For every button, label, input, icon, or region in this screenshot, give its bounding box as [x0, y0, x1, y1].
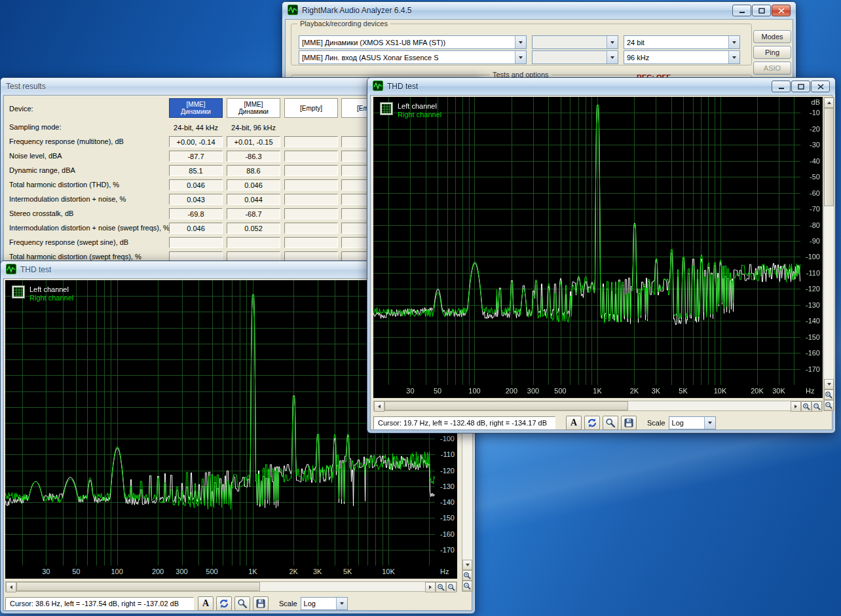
scroll-down-button[interactable]: [824, 379, 834, 390]
chevron-down-icon[interactable]: [728, 36, 739, 48]
horizontal-scrollbar-track[interactable]: [628, 401, 791, 410]
scroll-left-button[interactable]: [6, 582, 16, 592]
vertical-scrollbar[interactable]: [823, 97, 834, 411]
cursor-status: Cursor: 38.6 Hz, left = -137.54 dB, righ…: [5, 597, 194, 610]
row-label: Intermodulation distortion + noise (swep…: [9, 224, 170, 232]
font-button-label: A: [202, 598, 209, 609]
x-tick-label: 200: [501, 387, 522, 395]
chevron-down-icon[interactable]: [336, 598, 347, 609]
grid-icon: [12, 285, 25, 300]
horizontal-scrollbar-track[interactable]: [260, 582, 425, 591]
result-cell: -68.7: [227, 208, 280, 219]
x-tick-label: 2K: [624, 387, 645, 395]
y-tick-label: -140: [435, 498, 455, 506]
row-label: Total harmonic distortion (swept freqs),…: [9, 253, 141, 261]
scroll-right-button[interactable]: [791, 401, 801, 412]
scroll-right-button[interactable]: [425, 582, 436, 592]
refresh-button[interactable]: [216, 596, 232, 611]
y-tick-label: -70: [800, 205, 820, 213]
result-cell: [284, 208, 338, 219]
chevron-down-icon[interactable]: [704, 417, 715, 429]
chevron-down-icon[interactable]: [728, 51, 739, 63]
title-bar[interactable]: THD test: [367, 78, 835, 95]
vertical-scrollbar-track[interactable]: [824, 206, 834, 379]
playback-device-select[interactable]: [MME] Динамики (XMOS XS1-U8 MFA (ST)): [299, 35, 527, 49]
thd-window-front[interactable]: THD test dB-10-20-30-40-50-60-70-80-90-1…: [367, 77, 836, 433]
chevron-down-icon[interactable]: [607, 51, 618, 63]
save-button[interactable]: [253, 596, 269, 611]
scroll-left-button[interactable]: [374, 401, 384, 412]
y-tick-label: -40: [800, 157, 820, 165]
x-tick-label: 50: [65, 568, 86, 575]
x-tick-label: 3K: [645, 387, 666, 395]
maximize-button[interactable]: [791, 81, 810, 92]
scroll-up-button[interactable]: [824, 98, 834, 108]
x-tick-label: 1K: [587, 387, 608, 395]
save-button[interactable]: [621, 416, 637, 430]
magnifier-button[interactable]: [603, 416, 618, 430]
legend-right-channel: Right channel: [29, 294, 73, 302]
recording-secondary-select[interactable]: [532, 50, 618, 64]
recording-device-select[interactable]: [MME] Лин. вход (ASUS Xonar Essence S: [299, 50, 527, 64]
zoom-out-vertical-button[interactable]: [824, 400, 834, 410]
font-button[interactable]: A: [566, 416, 582, 430]
bit-depth-select[interactable]: 24 bit: [624, 35, 740, 49]
title-bar[interactable]: RightMark Audio Analyzer 6.4.5: [282, 2, 796, 19]
magnifier-button[interactable]: [234, 596, 250, 611]
row-label: Stereo crosstalk, dB: [9, 209, 73, 217]
y-tick-label: -170: [800, 365, 820, 373]
horizontal-scrollbar-thumb[interactable]: [16, 582, 260, 591]
horizontal-scrollbar[interactable]: [373, 401, 823, 411]
chevron-down-icon[interactable]: [515, 51, 526, 63]
zoom-in-vertical-button[interactable]: [824, 390, 834, 400]
zoom-out-horizontal-button[interactable]: [812, 401, 822, 412]
x-tick-label: 5K: [673, 387, 694, 395]
y-tick-label: -150: [800, 333, 820, 341]
scale-select[interactable]: Log: [669, 416, 716, 429]
row-label: Dynamic range, dBA: [9, 166, 75, 174]
zoom-out-horizontal-button[interactable]: [446, 582, 457, 592]
minimize-button[interactable]: [732, 5, 751, 16]
close-button[interactable]: [811, 81, 830, 92]
x-tick-label: 500: [202, 568, 223, 575]
chevron-down-icon[interactable]: [607, 36, 618, 48]
zoom-in-horizontal-button[interactable]: [436, 582, 446, 592]
close-button[interactable]: [772, 5, 791, 16]
plot-legend: Left channel Right channel: [380, 102, 441, 118]
font-button[interactable]: A: [198, 596, 214, 611]
sample-rate-select[interactable]: 96 kHz: [624, 50, 740, 64]
asio-button[interactable]: ASIO: [753, 62, 791, 75]
y-tick-label: -20: [800, 125, 820, 133]
result-cell: +0.00, -0.14: [169, 136, 223, 147]
spectrum-canvas[interactable]: [373, 97, 800, 385]
y-tick-label: -90: [800, 237, 820, 245]
horizontal-scrollbar-thumb[interactable]: [384, 401, 628, 410]
x-axis-unit: Hz: [440, 568, 449, 575]
playback-secondary-select[interactable]: [532, 35, 618, 49]
horizontal-scrollbar[interactable]: [5, 581, 457, 592]
scale-select[interactable]: Log: [301, 597, 348, 610]
x-tick-label: 50: [427, 387, 448, 395]
result-cell: [169, 237, 223, 248]
zoom-out-vertical-button[interactable]: [462, 581, 472, 591]
minimize-button[interactable]: [772, 81, 791, 92]
window-title: THD test: [20, 265, 51, 274]
spectrum-plot: dB-10-20-30-40-50-60-70-80-90-100-110-12…: [373, 97, 823, 398]
x-tick-label: 2K: [283, 568, 304, 575]
modes-button[interactable]: Modes: [753, 30, 791, 43]
legend-left-channel: Left channel: [29, 285, 73, 293]
x-tick-label: 100: [107, 568, 128, 575]
ping-button[interactable]: Ping: [753, 46, 791, 59]
zoom-in-vertical-button[interactable]: [462, 570, 472, 581]
zoom-in-horizontal-button[interactable]: [801, 401, 812, 412]
vertical-scrollbar-thumb[interactable]: [824, 108, 834, 206]
y-tick-label: -100: [800, 253, 820, 261]
chevron-down-icon[interactable]: [515, 36, 526, 48]
x-tick-label: 500: [550, 387, 571, 395]
scroll-down-button[interactable]: [462, 560, 472, 570]
refresh-button[interactable]: [584, 416, 600, 430]
sampling-mode-cell: 24-bit, 44 kHz: [169, 122, 223, 133]
result-cell: 85.1: [169, 165, 223, 176]
maximize-button[interactable]: [752, 5, 771, 16]
status-bar: Cursor: 19.7 Hz, left = -132.48 dB, righ…: [373, 415, 832, 431]
